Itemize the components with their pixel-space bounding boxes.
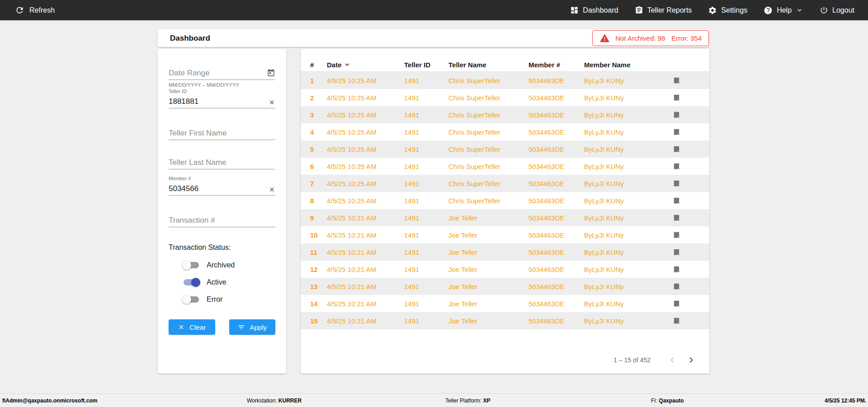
- cell-teller-name: Joe Teller: [448, 231, 528, 239]
- cell-date: 4/5/25 10:25 AM: [327, 180, 404, 187]
- note-icon[interactable]: [670, 111, 709, 119]
- cell-member-name: ByLyJI KUNy: [584, 145, 670, 153]
- note-icon[interactable]: [670, 76, 709, 84]
- table-row[interactable]: 15 4/5/25 10:21 AM 1491 Joe Teller 50344…: [301, 312, 709, 329]
- table-row[interactable]: 8 4/5/25 10:25 AM 1491 Chris SuperTeller…: [301, 192, 709, 209]
- clipboard-icon: [635, 6, 643, 14]
- teller-first-name-field[interactable]: [169, 127, 275, 140]
- table-row[interactable]: 4 4/5/25 10:25 AM 1491 Chris SuperTeller…: [301, 123, 709, 140]
- footer-user-email: fiAdmin@qaxpauto.onmicrosoft.com: [2, 398, 97, 404]
- teller-id-input[interactable]: [169, 97, 275, 107]
- page-title: Dashboard: [170, 34, 210, 43]
- row-number: 1: [310, 77, 327, 84]
- nav-item-settings[interactable]: Settings: [708, 6, 747, 15]
- cell-date: 4/5/25 10:21 AM: [327, 317, 404, 325]
- transaction-status-label: Transaction Status:: [169, 243, 275, 252]
- member-number-field[interactable]: [169, 183, 275, 196]
- footer-fi: FI: Qaxpauto: [651, 398, 684, 404]
- cell-teller-id: 1491: [404, 317, 448, 325]
- table-row[interactable]: 3 4/5/25 10:25 AM 1491 Chris SuperTeller…: [301, 106, 709, 123]
- note-icon[interactable]: [670, 128, 709, 136]
- note-icon[interactable]: [670, 231, 709, 239]
- row-number: 9: [310, 214, 327, 222]
- column-header-date-label: Date: [327, 61, 342, 69]
- transaction-number-input[interactable]: [169, 216, 275, 226]
- cell-member-number: 5034463DE: [528, 266, 584, 273]
- column-header-member-name: Member Name: [584, 61, 670, 69]
- table-row[interactable]: 6 4/5/25 10:25 AM 1491 Chris SuperTeller…: [301, 158, 709, 175]
- filter-actions: Clear Apply: [169, 319, 275, 335]
- table-row[interactable]: 9 4/5/25 10:21 AM 1491 Joe Teller 503446…: [301, 209, 709, 226]
- not-archived-count: Not Archived: 98: [615, 34, 665, 42]
- table-row[interactable]: 10 4/5/25 10:21 AM 1491 Joe Teller 50344…: [301, 226, 709, 243]
- table-row[interactable]: 14 4/5/25 10:21 AM 1491 Joe Teller 50344…: [301, 295, 709, 312]
- teller-last-name-input[interactable]: [169, 158, 275, 168]
- cell-member-number: 5034463DE: [528, 283, 584, 290]
- top-navigation-bar: Refresh Dashboard Teller Reports Setting…: [0, 0, 868, 20]
- teller-first-name-input[interactable]: [169, 129, 275, 139]
- status-toggle-label: Error: [207, 295, 223, 304]
- footer-workstation: Workstation: KURRER: [247, 398, 302, 404]
- clear-teller-id-icon[interactable]: [269, 99, 275, 106]
- row-number: 2: [310, 94, 327, 102]
- note-icon[interactable]: [670, 214, 709, 222]
- transaction-number-field[interactable]: [169, 215, 275, 227]
- member-number-input[interactable]: [169, 184, 275, 194]
- cell-member-name: ByLyJI KUNy: [584, 231, 670, 239]
- cell-teller-id: 1491: [404, 163, 448, 170]
- cell-member-number: 5034463DE: [528, 145, 584, 153]
- table-row[interactable]: 7 4/5/25 10:25 AM 1491 Chris SuperTeller…: [301, 175, 709, 192]
- clear-button-label: Clear: [189, 323, 206, 331]
- apply-button[interactable]: Apply: [229, 319, 276, 335]
- filter-sidebar: MM/DD/YYYY – MM/DD/YYYY Teller ID Member…: [158, 49, 286, 374]
- cell-date: 4/5/25 10:21 AM: [327, 248, 404, 256]
- note-icon[interactable]: [670, 179, 709, 187]
- nav-item-label: Help: [777, 6, 792, 14]
- teller-id-field[interactable]: [169, 96, 275, 108]
- cell-member-name: ByLyJI KUNy: [584, 283, 670, 290]
- member-number-label: Member #: [169, 176, 275, 181]
- clear-member-number-icon[interactable]: [269, 186, 275, 193]
- refresh-button[interactable]: Refresh: [15, 5, 55, 15]
- note-icon[interactable]: [670, 317, 709, 325]
- nav-item-dashboard[interactable]: Dashboard: [570, 6, 618, 14]
- status-toggle-switch[interactable]: [184, 279, 199, 285]
- table-row[interactable]: 12 4/5/25 10:21 AM 1491 Joe Teller 50344…: [301, 261, 709, 278]
- table-row[interactable]: 5 4/5/25 10:25 AM 1491 Chris SuperTeller…: [301, 140, 709, 158]
- table-row[interactable]: 13 4/5/25 10:21 AM 1491 Joe Teller 50344…: [301, 278, 709, 295]
- nav-item-help[interactable]: Help: [764, 6, 803, 15]
- note-icon[interactable]: [670, 94, 709, 102]
- row-number: 13: [310, 283, 327, 290]
- note-icon[interactable]: [670, 162, 709, 170]
- note-icon[interactable]: [670, 248, 709, 256]
- alert-badge[interactable]: Not Archived: 98 Error: 354: [592, 30, 709, 46]
- status-toggle-switch[interactable]: [184, 296, 199, 303]
- status-toggle-switch[interactable]: [184, 262, 199, 268]
- table-row[interactable]: 11 4/5/25 10:21 AM 1491 Joe Teller 50344…: [301, 243, 709, 261]
- calendar-icon[interactable]: [267, 69, 275, 77]
- note-icon[interactable]: [670, 196, 709, 205]
- note-icon[interactable]: [670, 145, 709, 153]
- dashboard-title-card: Dashboard Not Archived: 98 Error: 354: [158, 29, 709, 47]
- date-range-input[interactable]: [169, 69, 275, 79]
- table-row[interactable]: 1 4/5/25 10:25 AM 1491 Chris SuperTeller…: [301, 72, 709, 89]
- cell-date: 4/5/25 10:21 AM: [327, 266, 404, 273]
- note-icon[interactable]: [670, 299, 709, 308]
- previous-page-button[interactable]: [667, 355, 678, 365]
- cell-member-name: ByLyJI KUNy: [584, 197, 670, 205]
- cell-member-name: ByLyJI KUNy: [584, 300, 670, 308]
- nav-item-teller-reports[interactable]: Teller Reports: [635, 6, 692, 14]
- cell-date: 4/5/25 10:21 AM: [327, 214, 404, 222]
- status-footer: fiAdmin@qaxpauto.onmicrosoft.com Worksta…: [0, 393, 868, 407]
- column-header-teller-name: Teller Name: [448, 61, 528, 69]
- date-range-field[interactable]: [169, 67, 275, 80]
- column-header-date[interactable]: Date: [327, 61, 404, 69]
- clear-button[interactable]: Clear: [169, 319, 215, 335]
- nav-item-logout[interactable]: Logout: [820, 6, 854, 14]
- next-page-button[interactable]: [686, 355, 697, 365]
- teller-last-name-field[interactable]: [169, 157, 275, 169]
- footer-timestamp: 4/5/25 12:45 PM.: [825, 398, 866, 404]
- note-icon[interactable]: [670, 265, 709, 273]
- table-row[interactable]: 2 4/5/25 10:25 AM 1491 Chris SuperTeller…: [301, 89, 709, 106]
- note-icon[interactable]: [670, 282, 709, 290]
